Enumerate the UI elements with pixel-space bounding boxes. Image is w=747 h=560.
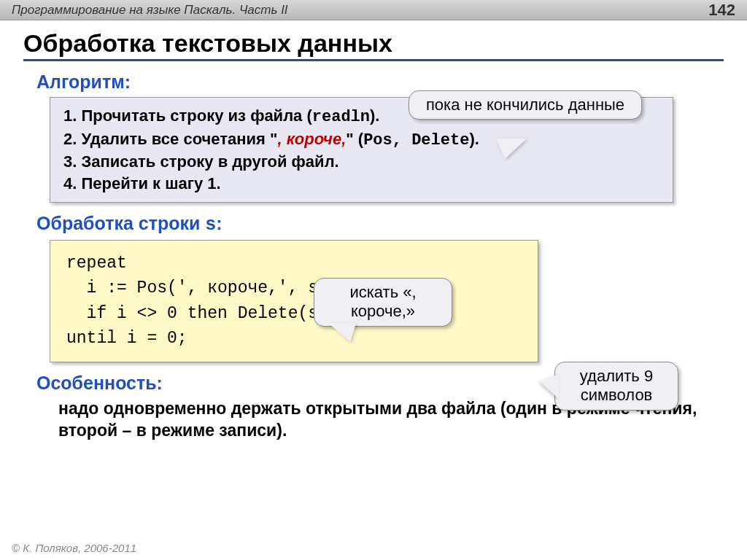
text: " ( <box>346 130 363 148</box>
callout-tail <box>496 139 527 159</box>
text: : <box>216 213 222 233</box>
algorithm-heading: Алгоритм: <box>36 71 711 93</box>
text: ). <box>469 130 479 148</box>
header-bar: Программирование на языке Паскаль. Часть… <box>0 0 747 20</box>
text: 1. Прочитать строку из файла ( <box>63 106 312 125</box>
mono: readln <box>312 108 370 126</box>
text: 4. Перейти к шагу 1. <box>63 174 221 192</box>
text: Обработка строки <box>36 213 205 233</box>
header-left: Программирование на языке Паскаль. Часть… <box>12 3 288 18</box>
text: ). <box>370 106 379 125</box>
algo-step-2: 2. Удалить все сочетания ", короче," (Po… <box>63 128 659 152</box>
var-s: s <box>205 214 216 236</box>
mono: Delete <box>411 131 469 149</box>
page-number: 142 <box>708 1 735 20</box>
content: пока не кончились данные Алгоритм: 1. Пр… <box>0 71 747 442</box>
footer-copyright: © К. Поляков, 2006-2011 <box>12 542 136 554</box>
page-title: Обработка текстовых данных <box>23 29 724 61</box>
code-box: repeat i := Pos(', короче,', s); if i <>… <box>50 240 538 362</box>
algo-step-3: 3. Записать строку в другой файл. <box>63 151 659 173</box>
callout-search-phrase: искать «, короче,» <box>314 278 452 327</box>
mono: Pos <box>363 131 392 149</box>
red-phrase: , короче, <box>277 130 346 148</box>
callout-tail <box>328 323 356 342</box>
callout-data-not-ended: пока не кончились данные <box>409 90 642 120</box>
text: 2. Удалить все сочетания " <box>63 130 277 148</box>
algo-step-4: 4. Перейти к шагу 1. <box>63 173 659 195</box>
text: , <box>392 131 411 149</box>
callout-tail <box>540 374 559 399</box>
callout-delete-9: удалить 9 символов <box>554 362 678 411</box>
processing-heading: Обработка строки s: <box>36 213 711 236</box>
text: 3. Записать строку в другой файл. <box>63 152 339 171</box>
